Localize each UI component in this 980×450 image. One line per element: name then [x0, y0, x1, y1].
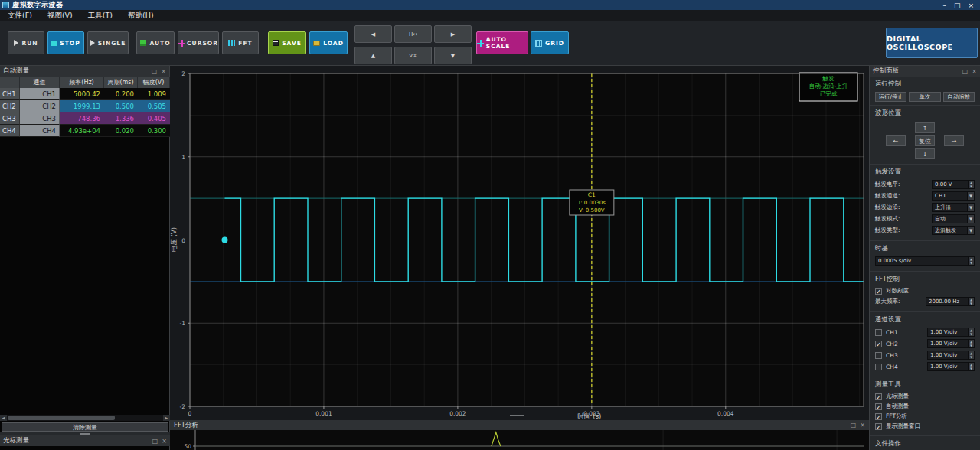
reset-position-button[interactable]: 复位: [915, 135, 935, 146]
trigger-type-combo[interactable]: 边沿触发 ▼: [932, 226, 975, 235]
trigger-channel-combo[interactable]: CH1 ▼: [932, 191, 975, 201]
grid-button[interactable]: GRID: [531, 31, 569, 54]
run-button[interactable]: RUN: [8, 31, 44, 54]
load-button[interactable]: LOAD: [309, 31, 348, 54]
plot-area: C1T: 0.0030sV: 0.500V触发自动-边沿-上升已完成00.001…: [170, 66, 869, 450]
minimize-button[interactable]: –: [942, 2, 946, 9]
ch1-checkbox[interactable]: [875, 329, 882, 336]
ch4-label: CH4: [886, 364, 927, 370]
single-button[interactable]: SINGLE: [87, 31, 129, 54]
spinner-arrows[interactable]: ▲▼: [968, 340, 974, 347]
v-scale-button[interactable]: V↕: [394, 47, 432, 64]
log-scale-checkbox[interactable]: ✓: [875, 288, 882, 295]
cursor-button[interactable]: CURSOR: [178, 31, 219, 54]
auto-scale-panel-button[interactable]: 自动缩放: [943, 92, 975, 102]
brand-badge: DIGITAL OSCILLOSCOPE: [886, 28, 978, 58]
auto-measure-header[interactable]: 自动测量 □ ×: [0, 66, 169, 77]
ch2-label: CH2: [886, 341, 927, 347]
fft-panel-header[interactable]: FFT分析 □ ×: [170, 420, 869, 430]
pan-right-button[interactable]: ▶: [434, 25, 472, 43]
dock-close-icon[interactable]: ×: [860, 422, 865, 429]
timebase-spinbox[interactable]: 0.0005 s/div ▲▼: [875, 256, 975, 266]
dock-float-icon[interactable]: □: [962, 68, 969, 75]
file-operations-section: 文件操作 保存数据 加载数据: [870, 436, 980, 450]
spinner-arrows[interactable]: ▲▼: [968, 351, 974, 359]
single-shot-button[interactable]: 单次: [909, 92, 940, 102]
spinner-arrows[interactable]: ▲▼: [968, 363, 974, 370]
cursor-measure-panel: 光标测量 □ ×: [0, 435, 170, 446]
dock-close-icon[interactable]: ×: [972, 68, 977, 75]
auto-scale-button[interactable]: AUTO SCALE: [476, 31, 528, 54]
spinner-arrows[interactable]: ▲▼: [968, 298, 974, 305]
svg-text:-1: -1: [180, 320, 186, 327]
ch1-label: CH1: [886, 329, 927, 336]
ch3-vdiv-value: 1.00 V/div: [928, 351, 968, 359]
ch1-vdiv-spinbox[interactable]: 1.00 V/div ▲▼: [927, 328, 975, 337]
fft-bars-icon: [228, 40, 235, 46]
move-down-button[interactable]: ↓: [915, 148, 935, 159]
spinner-arrows[interactable]: ▲▼: [968, 328, 974, 336]
ch3-vdiv-spinbox[interactable]: 1.00 V/div ▲▼: [927, 351, 975, 360]
channel-cell: CH2: [20, 100, 60, 112]
measure-tools-section: 测量工具 ✓ 光标测量 ✓ 自动测量 ✓ FFT分析 ✓ 显示测量窗口: [870, 377, 980, 436]
trigger-mode-combo[interactable]: 自动 ▼: [932, 214, 975, 223]
auto-measure-checkbox[interactable]: ✓: [875, 403, 882, 410]
period-cell: 0.200: [104, 88, 138, 100]
dock-close-icon[interactable]: ×: [162, 438, 167, 445]
amp-cell: 1.009: [138, 88, 170, 100]
trigger-mode-value: 自动: [933, 215, 967, 223]
splitter-grip[interactable]: [510, 415, 524, 417]
svg-text:0.004: 0.004: [717, 410, 734, 417]
move-left-button[interactable]: ←: [886, 135, 906, 146]
scroll-right-icon[interactable]: ▶: [163, 415, 170, 421]
dock-float-icon[interactable]: □: [152, 438, 158, 445]
fft-plot[interactable]: 50: [170, 430, 869, 450]
move-up-button[interactable]: ↑: [915, 122, 935, 133]
spinner-arrows[interactable]: ▲▼: [968, 181, 974, 188]
run-stop-button[interactable]: 运行/停止: [875, 92, 906, 102]
move-right-button[interactable]: →: [944, 135, 964, 146]
menu-tools[interactable]: 工具(T): [80, 11, 120, 21]
save-button[interactable]: SAVE: [268, 31, 306, 54]
trigger-edge-value: 上升沿: [933, 204, 967, 211]
scope-plot[interactable]: C1T: 0.0030sV: 0.500V触发自动-边沿-上升已完成00.001…: [170, 66, 869, 420]
svg-text:0.001: 0.001: [315, 410, 332, 417]
close-button[interactable]: ×: [968, 2, 974, 9]
dock-close-icon[interactable]: ×: [161, 68, 166, 75]
pan-left-button[interactable]: ◀: [354, 25, 392, 43]
col-header-frequency: 频率(Hz): [60, 77, 104, 88]
horizontal-scrollbar[interactable]: ◀ ▶: [0, 415, 170, 421]
ch2-checkbox[interactable]: ✓: [875, 341, 882, 347]
control-panel-header[interactable]: 控制面板 □ ×: [870, 66, 980, 77]
trigger-edge-combo[interactable]: 上升沿 ▼: [932, 203, 975, 212]
scroll-left-icon[interactable]: ◀: [0, 415, 7, 421]
run-label: RUN: [21, 40, 38, 47]
channel-cell: CH4: [20, 125, 60, 137]
max-freq-spinbox[interactable]: 2000.00 Hz ▲▼: [926, 297, 975, 306]
dock-float-icon[interactable]: □: [851, 422, 857, 429]
auto-button[interactable]: AUTO: [136, 31, 175, 54]
stop-button[interactable]: STOP: [47, 31, 84, 54]
pan-down-button[interactable]: ▼: [434, 47, 472, 64]
spinner-arrows[interactable]: ▲▼: [968, 257, 974, 265]
cursor-measure-header[interactable]: 光标测量 □ ×: [0, 435, 170, 446]
menu-help[interactable]: 帮助(H): [120, 11, 162, 21]
cursor-crosshair-icon: [178, 40, 184, 47]
pan-up-button[interactable]: ▲: [354, 47, 392, 64]
menu-file[interactable]: 文件(F): [0, 11, 40, 21]
show-measure-window-checkbox[interactable]: ✓: [875, 423, 882, 430]
trigger-level-spinbox[interactable]: 0.00 V ▲▼: [932, 180, 975, 189]
dock-float-icon[interactable]: □: [152, 68, 158, 75]
clear-measure-button[interactable]: 清除测量: [2, 422, 168, 432]
ch4-checkbox[interactable]: [875, 364, 882, 370]
h-scale-button[interactable]: H↔: [394, 25, 432, 43]
fft-button[interactable]: FFT: [222, 31, 259, 54]
ch4-vdiv-spinbox[interactable]: 1.00 V/div ▲▼: [927, 362, 975, 371]
ch2-vdiv-spinbox[interactable]: 1.00 V/div ▲▼: [927, 339, 975, 348]
fft-analysis-checkbox[interactable]: ✓: [875, 413, 882, 420]
ch3-checkbox[interactable]: [875, 352, 882, 359]
maximize-button[interactable]: □: [954, 2, 961, 9]
menu-view[interactable]: 视图(V): [40, 11, 80, 21]
scrollbar-thumb[interactable]: [8, 416, 115, 420]
cursor-measure-checkbox[interactable]: ✓: [875, 393, 882, 400]
